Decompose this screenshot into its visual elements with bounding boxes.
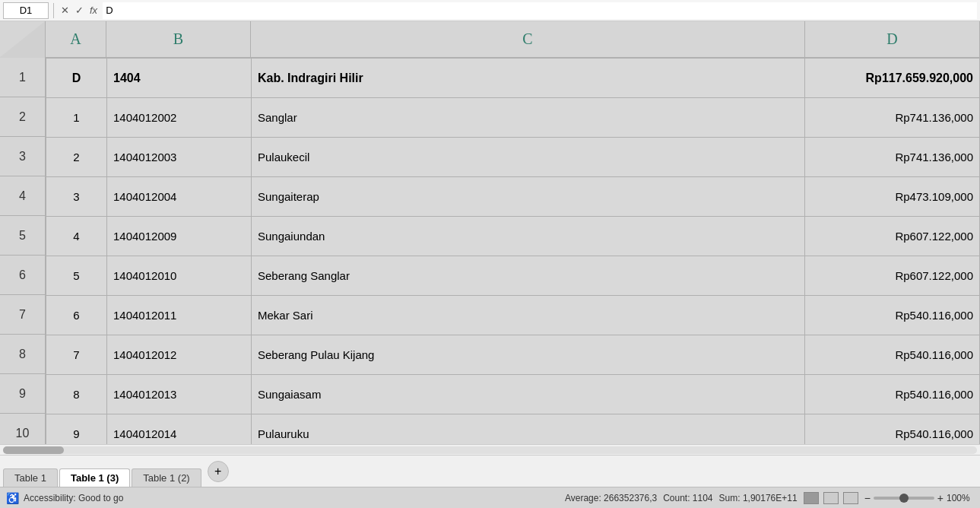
- view-icons: [804, 492, 858, 504]
- table-row: D1404Kab. Indragiri HilirRp117.659.920,0…: [46, 59, 980, 98]
- cell-b-1[interactable]: 1404: [107, 59, 252, 98]
- cell-a-5[interactable]: 4: [46, 217, 107, 256]
- zoom-percentage: 100%: [947, 493, 974, 503]
- accessibility-icon: ♿: [6, 492, 19, 504]
- table-row: 41404012009SungaiundanRp607.122,000: [46, 217, 980, 256]
- cell-a-7[interactable]: 6: [46, 296, 107, 335]
- average-stat: Average: 266352376,3: [565, 493, 657, 503]
- cell-b-8[interactable]: 1404012012: [107, 335, 252, 375]
- cell-b-9[interactable]: 1404012013: [107, 375, 252, 414]
- accessibility-text: Accessibility: Good to go: [24, 493, 123, 503]
- normal-view-icon[interactable]: [804, 492, 819, 504]
- formula-input[interactable]: [103, 2, 977, 19]
- cell-a-3[interactable]: 2: [46, 138, 107, 177]
- cell-d-10[interactable]: Rp540.116,000: [805, 414, 980, 445]
- zoom-minus-button[interactable]: −: [864, 492, 871, 504]
- sheet-tabs: Table 1 Table 1 (3) Table 1 (2) +: [0, 456, 980, 487]
- cell-c-7[interactable]: Mekar Sari: [252, 296, 805, 335]
- cell-c-2[interactable]: Sanglar: [252, 98, 805, 138]
- row-num-3[interactable]: 3: [0, 137, 45, 176]
- rows-area: 1 2 3 4 5 6 7 8 9 10 D1404Kab. Indragiri…: [0, 58, 980, 444]
- status-left: ♿ Accessibility: Good to go: [6, 492, 123, 504]
- row-num-10[interactable]: 10: [0, 414, 45, 444]
- row-num-9[interactable]: 9: [0, 374, 45, 414]
- cell-a-10[interactable]: 9: [46, 414, 107, 445]
- cell-b-3[interactable]: 1404012003: [107, 138, 252, 177]
- cell-c-5[interactable]: Sungaiundan: [252, 217, 805, 256]
- fx-icon[interactable]: fx: [87, 5, 100, 16]
- status-right: Average: 266352376,3 Count: 1104 Sum: 1,…: [565, 492, 974, 504]
- cell-reference-input[interactable]: [3, 2, 49, 19]
- cell-d-3[interactable]: Rp741.136,000: [805, 138, 980, 177]
- cell-c-3[interactable]: Pulaukecil: [252, 138, 805, 177]
- cell-d-8[interactable]: Rp540.116,000: [805, 335, 980, 375]
- row-num-5[interactable]: 5: [0, 216, 45, 256]
- cell-d-7[interactable]: Rp540.116,000: [805, 296, 980, 335]
- cell-d-5[interactable]: Rp607.122,000: [805, 217, 980, 256]
- cell-a-6[interactable]: 5: [46, 256, 107, 296]
- cell-d-2[interactable]: Rp741.136,000: [805, 98, 980, 138]
- cell-d-6[interactable]: Rp607.122,000: [805, 256, 980, 296]
- zoom-plus-button[interactable]: +: [937, 492, 944, 504]
- cell-b-7[interactable]: 1404012011: [107, 296, 252, 335]
- cell-b-4[interactable]: 1404012004: [107, 177, 252, 217]
- sum-stat: Sum: 1,90176E+11: [719, 493, 798, 503]
- row-num-6[interactable]: 6: [0, 256, 45, 295]
- column-header-d[interactable]: D: [805, 21, 980, 57]
- cell-a-2[interactable]: 1: [46, 98, 107, 138]
- cell-c-6[interactable]: Seberang Sanglar: [252, 256, 805, 296]
- column-header-a[interactable]: A: [46, 21, 106, 57]
- table-area: D1404Kab. Indragiri HilirRp117.659.920,0…: [46, 58, 980, 444]
- formula-bar-icons: ✕ ✓ fx: [59, 5, 100, 16]
- column-header-c[interactable]: C: [251, 21, 805, 57]
- row-num-1[interactable]: 1: [0, 58, 45, 97]
- confirm-icon[interactable]: ✓: [73, 5, 86, 16]
- formula-bar: ✕ ✓ fx: [0, 0, 980, 21]
- column-headers: A B C D: [0, 21, 980, 58]
- zoom-thumb[interactable]: [899, 494, 909, 503]
- scrollbar-track[interactable]: [3, 446, 977, 454]
- scrollbar-thumb[interactable]: [3, 446, 64, 454]
- row-num-8[interactable]: 8: [0, 335, 45, 374]
- page-layout-view-icon[interactable]: [823, 492, 839, 504]
- add-sheet-button[interactable]: +: [208, 461, 229, 482]
- horizontal-scrollbar[interactable]: [0, 444, 980, 455]
- table-row: 21404012003PulaukecilRp741.136,000: [46, 138, 980, 177]
- cell-d-1[interactable]: Rp117.659.920,000: [805, 59, 980, 98]
- cell-b-5[interactable]: 1404012009: [107, 217, 252, 256]
- sheet-tab-1[interactable]: Table 1: [3, 468, 58, 487]
- row-numbers: 1 2 3 4 5 6 7 8 9 10: [0, 58, 46, 444]
- formula-bar-separator: [53, 3, 54, 18]
- table-row: 81404012013SungaiasamRp540.116,000: [46, 375, 980, 414]
- cell-d-4[interactable]: Rp473.109,000: [805, 177, 980, 217]
- cancel-icon[interactable]: ✕: [59, 5, 71, 16]
- page-break-view-icon[interactable]: [843, 492, 858, 504]
- zoom-track[interactable]: [874, 497, 934, 500]
- cell-c-4[interactable]: Sungaiterap: [252, 177, 805, 217]
- cell-c-8[interactable]: Seberang Pulau Kijang: [252, 335, 805, 375]
- count-stat: Count: 1104: [663, 493, 712, 503]
- corner-cell[interactable]: [0, 21, 46, 58]
- table-row: 31404012004SungaiterapRp473.109,000: [46, 177, 980, 217]
- spreadsheet-table: D1404Kab. Indragiri HilirRp117.659.920,0…: [46, 58, 980, 444]
- sheet-tab-3[interactable]: Table 1 (2): [132, 468, 201, 487]
- cell-d-9[interactable]: Rp540.116,000: [805, 375, 980, 414]
- cell-a-8[interactable]: 7: [46, 335, 107, 375]
- cell-c-10[interactable]: Pulauruku: [252, 414, 805, 445]
- cell-b-6[interactable]: 1404012010: [107, 256, 252, 296]
- cell-c-1[interactable]: Kab. Indragiri Hilir: [252, 59, 805, 98]
- cell-b-10[interactable]: 1404012014: [107, 414, 252, 445]
- cell-a-4[interactable]: 3: [46, 177, 107, 217]
- table-row: 61404012011Mekar SariRp540.116,000: [46, 296, 980, 335]
- bottom-bar: Table 1 Table 1 (3) Table 1 (2) +: [0, 455, 980, 487]
- row-num-4[interactable]: 4: [0, 176, 45, 216]
- column-header-b[interactable]: B: [106, 21, 251, 57]
- cell-b-2[interactable]: 1404012002: [107, 98, 252, 138]
- cell-c-9[interactable]: Sungaiasam: [252, 375, 805, 414]
- cell-a-1[interactable]: D: [46, 59, 107, 98]
- cell-a-9[interactable]: 8: [46, 375, 107, 414]
- sheet-tab-2[interactable]: Table 1 (3): [59, 468, 130, 487]
- table-row: 71404012012Seberang Pulau KijangRp540.11…: [46, 335, 980, 375]
- row-num-2[interactable]: 2: [0, 97, 45, 137]
- row-num-7[interactable]: 7: [0, 295, 45, 335]
